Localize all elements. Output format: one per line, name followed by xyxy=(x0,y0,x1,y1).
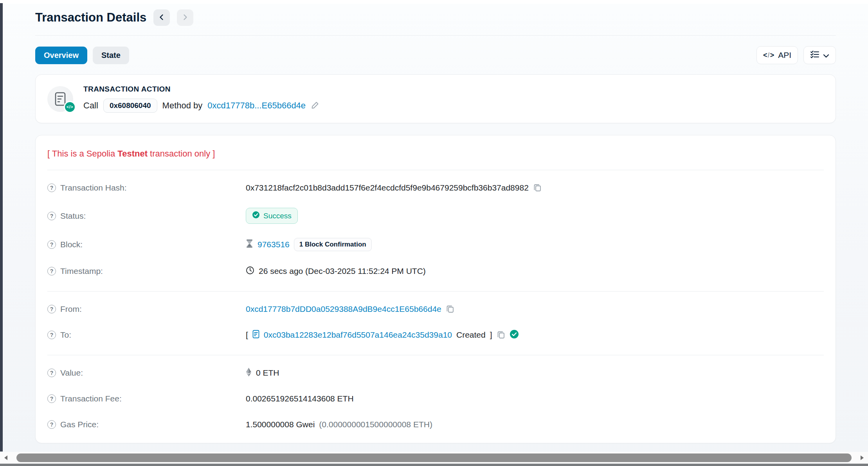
pencil-icon xyxy=(311,101,319,111)
title-divider xyxy=(35,35,836,36)
status-text: Success xyxy=(263,212,292,220)
divider xyxy=(47,291,824,291)
testnet-notice: [ This is a Sepolia Testnet transaction … xyxy=(47,146,824,160)
row-label: ? Timestamp: xyxy=(47,266,246,276)
row-label: ? Block: xyxy=(47,240,246,249)
row-label: ? Transaction Hash: xyxy=(47,183,246,193)
copy-to-address-button[interactable] xyxy=(497,330,505,340)
help-icon[interactable]: ? xyxy=(47,305,56,313)
clock-icon xyxy=(246,266,254,277)
api-button[interactable]: </> API xyxy=(756,46,798,64)
left-edge-bar xyxy=(0,3,3,452)
scrollbar-thumb[interactable] xyxy=(16,453,852,462)
row-label: ? To: xyxy=(47,330,246,340)
help-icon[interactable]: ? xyxy=(47,240,56,249)
row-value: 0x731218facf2c01b8d3add157f6e2f4ecdcfd5f… xyxy=(246,183,542,193)
copy-icon xyxy=(533,183,542,193)
hourglass-icon xyxy=(246,239,253,250)
tabs-row: Overview State </> API xyxy=(35,46,836,64)
row-label: ? Value: xyxy=(47,368,246,378)
gas-price-value: 1.500000008 Gwei xyxy=(246,420,315,429)
page-title: Transaction Details xyxy=(35,11,146,25)
row-to: ? To: [ 0xc03ba12283e12baf76d5507a146ea2… xyxy=(47,329,824,341)
title-row: Transaction Details xyxy=(35,9,836,26)
copy-hash-button[interactable] xyxy=(533,183,542,193)
row-label: ? Transaction Fee: xyxy=(47,394,246,403)
checklist-icon xyxy=(810,50,819,61)
row-value: 0.002651926514143608 ETH xyxy=(246,394,354,403)
block-confirmation-badge: 1 Block Confirmation xyxy=(294,238,372,251)
divider xyxy=(47,355,824,355)
row-label: ? Status: xyxy=(47,211,246,221)
method-signature-badge[interactable]: 0x60806040 xyxy=(103,99,157,113)
display-options-button[interactable] xyxy=(803,46,836,64)
avatar: </> xyxy=(47,86,73,112)
tab-overview[interactable]: Overview xyxy=(35,47,87,64)
row-value: 9763516 1 Block Confirmation xyxy=(246,238,372,251)
timestamp-value: 26 secs ago (Dec-03-2025 11:52:24 PM UTC… xyxy=(259,266,426,276)
row-value: 0 ETH xyxy=(246,367,279,379)
horizontal-scrollbar[interactable] xyxy=(0,452,868,464)
help-icon[interactable]: ? xyxy=(47,420,56,429)
row-transaction-fee: ? Transaction Fee: 0.002651926514143608 … xyxy=(47,393,824,405)
row-timestamp: ? Timestamp: 26 secs ago (Dec-03-2025 11… xyxy=(47,265,824,277)
scroll-left-arrow-icon[interactable] xyxy=(0,452,12,464)
action-heading: TRANSACTION ACTION xyxy=(83,85,319,94)
row-transaction-hash: ? Transaction Hash: 0x731218facf2c01b8d3… xyxy=(47,182,824,194)
contract-code-badge-icon: </> xyxy=(64,101,76,113)
row-value: 0xcd17778b7dDD0a0529388A9dB9e4cc1E65b66d… xyxy=(246,304,454,314)
help-icon[interactable]: ? xyxy=(47,331,56,339)
check-circle-icon xyxy=(252,211,260,221)
row-value-eth: ? Value: 0 ETH xyxy=(47,367,824,379)
tab-state[interactable]: State xyxy=(93,47,129,64)
tabs: Overview State xyxy=(35,47,129,64)
block-number-link[interactable]: 9763516 xyxy=(258,240,290,249)
method-by-address-link[interactable]: 0xcd17778b...E65b66d4e xyxy=(207,101,306,111)
code-icon: </> xyxy=(763,51,774,59)
gas-price-eth-equivalent: (0.000000001500000008 ETH) xyxy=(319,420,432,429)
help-icon[interactable]: ? xyxy=(47,369,56,377)
chevron-right-icon xyxy=(181,13,189,22)
chevron-down-icon xyxy=(823,50,829,60)
call-label: Call xyxy=(83,101,98,111)
help-icon[interactable]: ? xyxy=(47,267,56,275)
edit-method-button[interactable] xyxy=(311,101,319,111)
to-address-link[interactable]: 0xc03ba12283e12baf76d5507a146ea24c35d39a… xyxy=(264,330,452,340)
row-from: ? From: 0xcd17778b7dDD0a0529388A9dB9e4cc… xyxy=(47,303,824,315)
contract-icon xyxy=(252,330,259,340)
bottom-edge-strip xyxy=(0,464,868,466)
transaction-action-card: </> TRANSACTION ACTION Call 0x60806040 M… xyxy=(35,74,836,123)
row-block: ? Block: 9763516 1 Block Confirmation xyxy=(47,238,824,251)
to-bracket-close: ] xyxy=(490,330,492,340)
from-address-link[interactable]: 0xcd17778b7dDD0a0529388A9dB9e4cc1E65b66d… xyxy=(246,304,441,314)
chevron-left-icon xyxy=(158,13,166,22)
row-value: 26 secs ago (Dec-03-2025 11:52:24 PM UTC… xyxy=(246,266,426,277)
method-by-label: Method by xyxy=(162,101,203,111)
transaction-hash-value: 0x731218facf2c01b8d3add157f6e2f4ecdcfd5f… xyxy=(246,183,529,193)
main-content: Transaction Details Overview State </> A… xyxy=(35,9,836,466)
help-icon[interactable]: ? xyxy=(47,212,56,220)
help-icon[interactable]: ? xyxy=(47,184,56,192)
status-badge: Success xyxy=(246,208,298,224)
action-card-body: TRANSACTION ACTION Call 0x60806040 Metho… xyxy=(83,85,319,113)
row-value: [ 0xc03ba12283e12baf76d5507a146ea24c35d3… xyxy=(246,329,519,341)
api-button-label: API xyxy=(778,50,791,60)
success-check-circle-icon xyxy=(510,329,519,341)
copy-icon xyxy=(446,304,454,314)
divider xyxy=(47,170,824,170)
ethereum-icon xyxy=(246,367,252,379)
row-label: ? Gas Price: xyxy=(47,420,246,429)
transaction-details-card: [ This is a Sepolia Testnet transaction … xyxy=(35,135,836,443)
row-gas-price: ? Gas Price: 1.500000008 Gwei (0.0000000… xyxy=(47,419,824,430)
transaction-fee-value: 0.002651926514143608 ETH xyxy=(246,394,354,403)
next-transaction-button[interactable] xyxy=(177,9,193,26)
row-status: ? Status: Success xyxy=(47,208,824,224)
help-icon[interactable]: ? xyxy=(47,394,56,403)
toolbar: </> API xyxy=(756,46,836,64)
to-bracket-open: [ xyxy=(246,330,248,340)
copy-icon xyxy=(497,330,505,340)
scroll-right-arrow-icon[interactable] xyxy=(856,452,868,464)
copy-from-address-button[interactable] xyxy=(446,304,454,314)
row-label: ? From: xyxy=(47,304,246,314)
prev-transaction-button[interactable] xyxy=(153,9,170,26)
